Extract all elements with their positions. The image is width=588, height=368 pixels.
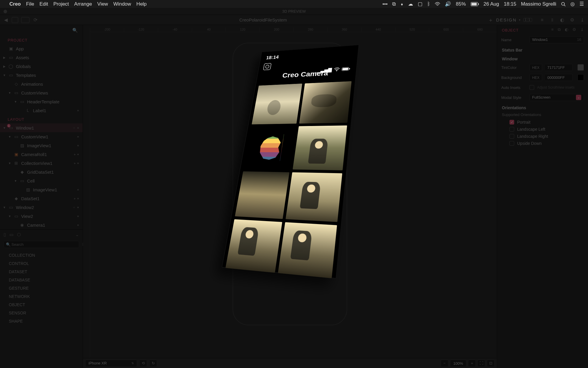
photo-cell[interactable] — [278, 222, 337, 278]
modalstyle-select[interactable]: FullScreen ⌄ — [529, 94, 584, 101]
lib-cat-sensor[interactable]: SENSOR — [0, 309, 83, 317]
window-close-button[interactable] — [4, 10, 7, 13]
sidebar-search-icon[interactable]: 🔍 — [72, 28, 78, 33]
sidebar-item-imageview1b[interactable]: ▶▨ ImageView1 ● — [0, 185, 83, 194]
add-button[interactable]: ＋ — [488, 16, 494, 24]
sidebar-item-customviews[interactable]: ▼ ▭ CustomViews — [0, 88, 83, 97]
disclosure-icon[interactable]: ▼ — [8, 162, 11, 165]
lib-cat-network[interactable]: NETWORK — [0, 292, 83, 301]
disclosure-icon[interactable]: ▼ — [14, 179, 17, 183]
menu-arrange[interactable]: Arrange — [74, 1, 92, 7]
zoom-in-button[interactable]: ＋ — [468, 360, 476, 367]
wifi-icon[interactable] — [435, 2, 440, 6]
sidebar-item-headertemplate[interactable]: ▼ ▭ HeaderTemplate — [0, 97, 83, 106]
distribute-icon[interactable]: ⫴ — [549, 17, 555, 23]
orientation-portrait[interactable]: ✓ Portrait — [510, 119, 584, 126]
tintcolor-swatch[interactable] — [577, 64, 584, 71]
sidebar-item-cell[interactable]: ▼ ▭ Cell — [0, 176, 83, 185]
lib-cat-object[interactable]: OBJECT — [0, 301, 83, 309]
disclosure-icon[interactable]: ▼ — [8, 91, 11, 95]
preview-icon[interactable]: ◐ — [559, 17, 565, 23]
disclosure-icon[interactable]: ▼ — [3, 74, 6, 77]
photo-cell[interactable] — [225, 219, 282, 273]
app-menu[interactable]: Creo — [9, 1, 21, 7]
name-field[interactable]: Window1 16 — [529, 36, 584, 43]
photo-cell[interactable] — [252, 84, 302, 125]
tool-rect-icon[interactable]: ▭ — [9, 232, 14, 237]
sidebar-item-label1[interactable]: ▶L Label1 ● — [0, 106, 83, 115]
menu-edit[interactable]: Edit — [39, 1, 48, 7]
menubar-user[interactable]: Massimo Sgrelli — [521, 1, 556, 7]
sidebar-item-animations[interactable]: ▶◇ Animations — [0, 79, 83, 88]
device-select[interactable]: iPhone XR ⇅ — [85, 360, 137, 367]
checkbox-icon[interactable] — [510, 127, 514, 132]
bluetooth-icon[interactable]: ᛒ — [427, 1, 430, 7]
checkbox-icon[interactable]: ✓ — [510, 120, 514, 125]
lib-cat-control[interactable]: CONTROL — [0, 259, 83, 268]
tab-layers-icon[interactable]: ⧉ — [558, 27, 561, 32]
row-badge[interactable]: ▸ ● — [74, 196, 83, 200]
zoom-value[interactable]: 100% — [450, 360, 466, 367]
battery-icon[interactable] — [471, 2, 479, 6]
cloud-icon[interactable]: ☁ — [408, 1, 413, 7]
sidebar-item-dataset1[interactable]: ▶◆ DataSet1 ▸ ● — [0, 194, 83, 203]
tool-phone-icon[interactable]: ▯ — [4, 232, 6, 237]
background-field[interactable]: 000000FF — [545, 74, 573, 81]
row-badge[interactable]: ＋ ● — [72, 125, 83, 130]
lib-cat-gesture[interactable]: GESTURE — [0, 284, 83, 292]
menu-window[interactable]: Window — [113, 1, 131, 7]
overflow-icon[interactable]: ••• — [382, 1, 388, 7]
sidebar-item-imageview1a[interactable]: ▶▨ ImageView1 ● — [0, 141, 83, 150]
settings-icon[interactable]: ⚙ — [569, 17, 575, 23]
spotlight-icon[interactable] — [561, 2, 566, 6]
sidebar-item-view2[interactable]: ▼ ▭ View2 ● — [0, 212, 83, 221]
orientation-toggle-button[interactable]: ⟲ — [139, 360, 147, 367]
sidebar-item-camera1[interactable]: ▶◉ Camera1 ● — [0, 221, 83, 229]
disclosure-icon[interactable]: ▼ — [8, 135, 11, 138]
sidebar-item-app[interactable]: ▶▣ App — [0, 44, 83, 53]
toolbar-device-icon[interactable] — [12, 17, 18, 23]
photo-cell[interactable] — [285, 172, 342, 222]
back-button[interactable]: ◀ — [3, 17, 9, 23]
disclosure-icon[interactable]: ▶ — [3, 56, 6, 59]
disclosure-icon[interactable]: ▶ — [3, 65, 6, 68]
checkbox-icon[interactable] — [510, 134, 514, 139]
mode-chevron-icon[interactable]: ▾ — [519, 18, 521, 21]
zoom-reset-button[interactable]: ⊡ — [487, 360, 495, 367]
sidebar-item-cameraroll1[interactable]: ▶▣ CameraRoll1 ▸ ● — [0, 150, 83, 159]
menubar-date[interactable]: 26 Aug — [484, 1, 499, 7]
dropbox-icon[interactable]: ⬧ — [400, 1, 403, 7]
preview-device[interactable]: 18:14 ▁▃▅▇ Creo Camera — [222, 45, 359, 279]
disclosure-icon[interactable]: ▼ — [3, 206, 6, 209]
toolbar-rotate-icon[interactable]: ⟳ — [32, 17, 38, 23]
orientation-landscape-right[interactable]: Landscape Right — [510, 133, 584, 140]
menubar-time[interactable]: 18:15 — [504, 1, 516, 7]
photo-cell[interactable] — [244, 126, 296, 170]
menu-view[interactable]: View — [97, 1, 108, 7]
zoom-fit-button[interactable]: ⛶ — [477, 360, 485, 367]
align-icon[interactable]: ≡ — [539, 17, 545, 23]
lib-cat-database[interactable]: DATABASE — [0, 276, 83, 284]
sidebar-item-window1[interactable]: ▼ ▭1 Window1 ＋ ● — [0, 123, 83, 132]
checkbox-icon[interactable] — [510, 141, 514, 146]
sidebar-item-globals[interactable]: ▶ ◯ Globals — [0, 62, 83, 71]
sidebar-item-griddataset1[interactable]: ▶◆ GridDataSet1 — [0, 168, 83, 176]
pixel-badge[interactable]: 1:1 — [523, 18, 532, 22]
orientation-upside-down[interactable]: Upside Down — [510, 140, 584, 147]
row-badge[interactable]: ▸ ● — [74, 161, 83, 165]
library-search-input[interactable] — [4, 241, 79, 248]
orientation-landscape-left[interactable]: Landscape Left — [510, 126, 584, 133]
disclosure-icon[interactable]: ▼ — [3, 126, 6, 130]
refresh-button[interactable]: ↻ — [149, 360, 157, 367]
photo-cell[interactable] — [235, 171, 289, 219]
menu-project[interactable]: Project — [53, 1, 69, 7]
disclosure-icon[interactable]: ▼ — [8, 215, 11, 218]
row-badge[interactable]: ＋ ● — [72, 205, 83, 210]
sidebar-item-window2[interactable]: ▼ ▭ Window2 ＋ ● — [0, 203, 83, 212]
tool-cube-icon[interactable]: ⬡ — [17, 232, 21, 237]
export-icon[interactable]: ⤓ — [579, 17, 585, 23]
tab-align-icon[interactable]: ≡ — [551, 27, 554, 32]
row-badge[interactable]: ▸ ● — [74, 152, 83, 156]
photo-cell[interactable] — [293, 125, 347, 170]
autoinsets-checkbox[interactable] — [529, 85, 534, 90]
